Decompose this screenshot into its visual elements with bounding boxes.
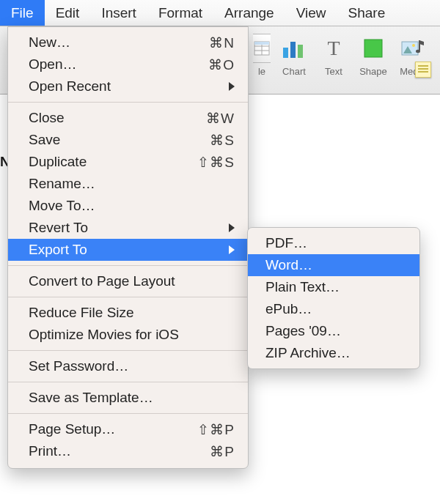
menu-item-open-recent[interactable]: Open Recent bbox=[8, 75, 248, 97]
svg-point-13 bbox=[416, 50, 420, 53]
menu-item-close[interactable]: Close⌘W bbox=[8, 107, 248, 129]
shape-icon bbox=[359, 34, 388, 63]
toolbar-table-label: le bbox=[258, 66, 265, 77]
menu-item-reduce-size[interactable]: Reduce File Size bbox=[8, 302, 248, 324]
submenu-item-word[interactable]: Word… bbox=[248, 254, 419, 276]
menu-item-new[interactable]: New…⌘N bbox=[8, 32, 248, 53]
toolbar-chart-label: Chart bbox=[282, 66, 306, 77]
menubar-item-arrange[interactable]: Arrange bbox=[213, 0, 285, 26]
menu-item-convert-layout[interactable]: Convert to Page Layout bbox=[8, 270, 248, 292]
menu-item-duplicate[interactable]: Duplicate⇧⌘S bbox=[8, 151, 248, 173]
submenu-arrow-icon bbox=[229, 223, 235, 232]
menu-item-set-password[interactable]: Set Password… bbox=[8, 355, 248, 377]
comment-icon[interactable] bbox=[415, 62, 431, 78]
submenu-item-pages09[interactable]: Pages '09… bbox=[248, 320, 419, 342]
toolbar-text[interactable]: T Text bbox=[318, 34, 350, 77]
svg-rect-9 bbox=[364, 40, 382, 57]
menu-item-export-to[interactable]: Export To bbox=[8, 239, 248, 261]
submenu-item-epub[interactable]: ePub… bbox=[248, 298, 419, 320]
file-menu: New…⌘N Open…⌘O Open Recent Close⌘W Save⌘… bbox=[7, 26, 249, 469]
menu-item-save[interactable]: Save⌘S bbox=[8, 129, 248, 151]
menu-item-revert-to[interactable]: Revert To bbox=[8, 217, 248, 239]
submenu-arrow-icon bbox=[229, 245, 235, 254]
svg-rect-4 bbox=[254, 42, 269, 45]
menubar-item-insert[interactable]: Insert bbox=[90, 0, 147, 26]
svg-point-12 bbox=[412, 44, 415, 47]
menubar-item-share[interactable]: Share bbox=[337, 0, 397, 26]
menu-item-print[interactable]: Print…⌘P bbox=[8, 440, 248, 462]
menu-item-rename[interactable]: Rename… bbox=[8, 173, 248, 195]
menubar-item-view[interactable]: View bbox=[285, 0, 337, 26]
menu-item-page-setup[interactable]: Page Setup…⇧⌘P bbox=[8, 418, 248, 440]
menubar-item-edit[interactable]: Edit bbox=[45, 0, 91, 26]
svg-rect-7 bbox=[298, 45, 303, 58]
menu-item-move-to[interactable]: Move To… bbox=[8, 195, 248, 217]
menu-item-optimize-movies[interactable]: Optimize Movies for iOS bbox=[8, 324, 248, 346]
media-icon bbox=[398, 34, 428, 63]
export-submenu: PDF… Word… Plain Text… ePub… Pages '09… … bbox=[247, 227, 420, 369]
menubar: File Edit Insert Format Arrange View Sha… bbox=[0, 0, 440, 26]
svg-text:T: T bbox=[327, 37, 340, 59]
toolbar-text-label: Text bbox=[325, 66, 342, 77]
text-icon: T bbox=[319, 34, 348, 63]
toolbar-shape-label: Shape bbox=[359, 66, 387, 77]
submenu-arrow-icon bbox=[229, 82, 235, 91]
menubar-item-file[interactable]: File bbox=[0, 0, 45, 26]
submenu-item-pdf[interactable]: PDF… bbox=[248, 232, 419, 254]
toolbar-chart[interactable]: Chart bbox=[278, 34, 310, 77]
menubar-item-format[interactable]: Format bbox=[147, 0, 213, 26]
menu-item-open[interactable]: Open…⌘O bbox=[8, 53, 248, 75]
menu-item-save-template[interactable]: Save as Template… bbox=[8, 387, 248, 409]
submenu-item-zip[interactable]: ZIP Archive… bbox=[248, 342, 419, 364]
toolbar-table[interactable]: le bbox=[253, 34, 271, 77]
toolbar-shape[interactable]: Shape bbox=[357, 34, 389, 77]
table-icon bbox=[253, 34, 271, 63]
svg-rect-6 bbox=[290, 42, 296, 58]
svg-rect-5 bbox=[283, 48, 288, 58]
submenu-item-plain-text[interactable]: Plain Text… bbox=[248, 276, 419, 298]
chart-icon bbox=[279, 34, 309, 63]
